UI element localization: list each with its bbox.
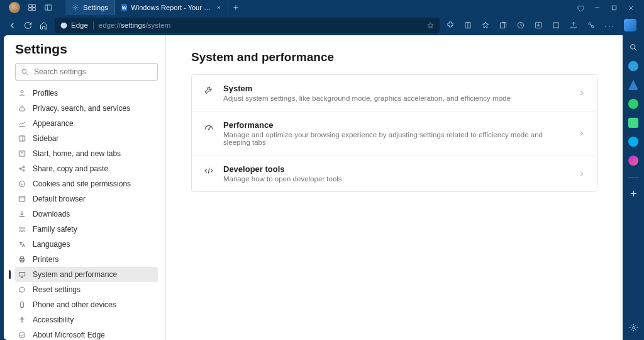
workspaces-icon[interactable]	[28, 3, 36, 12]
history-icon[interactable]	[516, 21, 525, 30]
nav-label: Sidebar	[33, 134, 58, 143]
svg-point-41	[19, 332, 25, 337]
svg-rect-18	[19, 136, 25, 141]
svg-point-16	[21, 91, 23, 93]
svg-rect-33	[21, 257, 24, 259]
row-system[interactable]: System Adjust system settings, like back…	[192, 75, 597, 111]
nav-accessibility[interactable]: Accessibility	[15, 312, 158, 327]
site-identity[interactable]: Edge	[60, 21, 94, 30]
nav-appearance[interactable]: Appearance	[15, 116, 158, 131]
nav-label: About Microsoft Edge	[33, 331, 105, 339]
nav-languages[interactable]: Languages	[15, 237, 158, 252]
search-input[interactable]	[34, 67, 152, 76]
rail-gear-icon[interactable]	[629, 323, 638, 332]
nav-label: Cookies and site permissions	[33, 179, 131, 188]
profile-avatar[interactable]	[9, 2, 20, 13]
nav-label: Appearance	[33, 119, 74, 128]
nav-label: Accessibility	[33, 315, 74, 324]
nav-privacy[interactable]: Privacy, search, and services	[15, 101, 158, 116]
row-title: Developer tools	[223, 164, 569, 174]
nav-phone[interactable]: Phone and other devices	[15, 297, 158, 312]
edge-icon	[60, 21, 68, 30]
performance-icon	[203, 121, 214, 132]
svg-point-14	[22, 69, 26, 74]
home-icon[interactable]	[39, 21, 48, 30]
nav-label: Languages	[33, 240, 70, 249]
nav-downloads[interactable]: Downloads	[15, 207, 158, 222]
main-panel: System and performance System Adjust sys…	[166, 35, 623, 340]
collections-icon[interactable]	[499, 21, 508, 30]
copilot-icon[interactable]	[624, 19, 636, 31]
row-devtools[interactable]: Developer tools Manage how to open devel…	[192, 156, 597, 191]
nav-label: Downloads	[33, 210, 70, 218]
rewards-icon[interactable]	[576, 4, 584, 12]
nav-start[interactable]: Start, home, and new tabs	[15, 146, 158, 161]
nav-family[interactable]: Family safety	[15, 222, 158, 237]
row-desc: Manage how to open developer tools	[223, 175, 569, 183]
favorite-icon[interactable]	[426, 21, 435, 30]
devtools-icon	[203, 165, 214, 176]
chevron-right-icon	[578, 89, 586, 97]
nav-reset[interactable]: Reset settings	[15, 282, 158, 297]
nav-profiles[interactable]: Profiles	[15, 86, 158, 101]
search-settings[interactable]	[15, 63, 158, 81]
svg-point-42	[208, 129, 209, 130]
downloads-icon[interactable]	[552, 21, 560, 30]
url-bar[interactable]: Edge edge://settings/system	[55, 18, 440, 33]
cookie-icon	[18, 179, 26, 188]
toolbar-right: ···	[446, 19, 636, 31]
row-performance[interactable]: Performance Manage and optimize your bro…	[192, 111, 597, 156]
tab-label: Settings	[83, 4, 108, 11]
read-aloud-icon[interactable]	[464, 21, 472, 30]
back-icon[interactable]	[8, 21, 17, 30]
chevron-right-icon	[578, 130, 586, 137]
tab-settings[interactable]: Settings	[65, 0, 115, 15]
nav-about[interactable]: About Microsoft Edge	[15, 327, 158, 340]
nav-sidebar[interactable]: Sidebar	[15, 131, 158, 146]
maximize-icon[interactable]	[610, 4, 618, 12]
appearance-icon	[18, 119, 26, 128]
nav-cookies[interactable]: Cookies and site permissions	[15, 176, 158, 191]
share-icon[interactable]	[569, 21, 578, 30]
rail-plus-icon[interactable]	[629, 189, 638, 198]
svg-point-2	[75, 7, 77, 9]
svg-rect-20	[19, 151, 25, 156]
minimize-icon[interactable]	[593, 4, 601, 12]
tab-windows-report[interactable]: W Windows Report - Your go-to sou	[115, 0, 228, 15]
profile-icon	[18, 89, 26, 98]
rail-android-icon[interactable]	[628, 118, 638, 128]
row-texts: Performance Manage and optimize your bro…	[223, 120, 569, 146]
tab-actions-icon[interactable]	[44, 3, 53, 12]
nav-system[interactable]: System and performance	[15, 267, 158, 282]
nav-default-browser[interactable]: Default browser	[15, 191, 158, 207]
more-menu-icon[interactable]: ···	[604, 21, 615, 30]
page-heading: System and performance	[191, 50, 597, 64]
rail-telegram-icon[interactable]	[628, 61, 638, 71]
nav-label: Reset settings	[33, 285, 80, 294]
lang-icon	[18, 240, 26, 249]
system-icon	[18, 270, 26, 279]
rail-search-icon[interactable]	[629, 43, 638, 52]
titlebar-left: Settings W Windows Report - Your go-to s…	[0, 0, 243, 15]
nav-share[interactable]: Share, copy and paste	[15, 161, 158, 176]
gear-icon	[72, 4, 79, 11]
rail-skype-icon[interactable]	[628, 137, 638, 147]
extensions-icon[interactable]	[446, 21, 455, 30]
rail-whatsapp-icon[interactable]	[628, 99, 638, 109]
rail-bing-icon[interactable]	[628, 80, 638, 90]
favorites-icon[interactable]	[481, 21, 490, 30]
close-window-icon[interactable]	[627, 4, 635, 12]
tabstrip: Settings W Windows Report - Your go-to s…	[65, 0, 243, 15]
refresh-icon[interactable]	[23, 21, 33, 30]
settings-nav: Profiles Privacy, search, and services A…	[15, 86, 158, 340]
svg-line-44	[635, 48, 636, 50]
app-icon[interactable]	[534, 21, 543, 30]
close-icon[interactable]	[216, 4, 221, 11]
rail-messenger-icon[interactable]	[628, 156, 638, 166]
content-area: Settings Profiles Privacy, search, and s…	[4, 35, 623, 340]
svg-point-45	[632, 327, 635, 329]
reset-icon	[18, 285, 26, 294]
performance-icon[interactable]	[587, 21, 596, 30]
new-tab-button[interactable]	[228, 4, 243, 11]
nav-printers[interactable]: Printers	[15, 252, 158, 267]
